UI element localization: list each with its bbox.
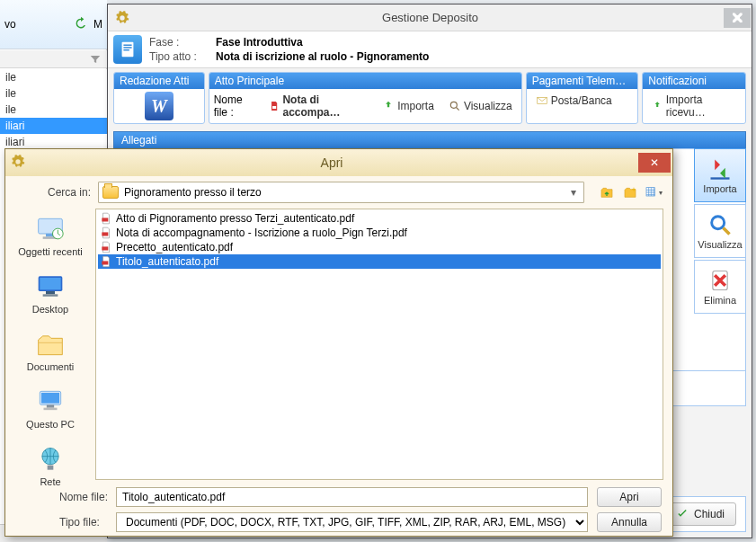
- file-row[interactable]: Precetto_autenticato.pdf: [98, 240, 661, 254]
- svg-rect-19: [41, 393, 59, 404]
- place-thispc[interactable]: Questo PC: [5, 381, 95, 439]
- svg-rect-15: [40, 278, 60, 289]
- group-atto-principale: Atto Principale Nome file : Nota di acco…: [209, 72, 522, 124]
- filetype-label: Tipo file:: [59, 516, 109, 529]
- close-icon[interactable]: ✕: [638, 153, 671, 173]
- svg-rect-24: [102, 218, 108, 221]
- open-button-label: Apri: [619, 491, 638, 503]
- place-desktop[interactable]: Desktop: [5, 266, 95, 324]
- new-folder-icon[interactable]: [620, 182, 640, 202]
- svg-rect-16: [46, 291, 55, 294]
- nome-file-value[interactable]: Nota di accompa…: [264, 92, 372, 120]
- place-documents[interactable]: Documenti: [5, 324, 95, 381]
- visualizza-label: Visualizza: [464, 100, 512, 112]
- current-folder-name: Pignoramento presso il terzo: [124, 186, 262, 199]
- group-header-pagamenti: Pagamenti Telem…: [527, 73, 638, 89]
- search-in-label: Cerca in:: [14, 186, 91, 199]
- filter-icon[interactable]: [0, 50, 107, 68]
- file-row[interactable]: Atto di Pignoramento presso Terzi_autent…: [98, 211, 661, 226]
- svg-rect-4: [272, 106, 276, 109]
- place-recent[interactable]: Oggetti recenti: [5, 209, 95, 266]
- folder-tools: ▾: [597, 182, 663, 202]
- deposito-header: Fase : Fase Introduttiva Tipo atto : Not…: [108, 31, 752, 68]
- word-icon[interactable]: W: [145, 92, 173, 120]
- bottom-buttons: Apri Annulla: [597, 487, 662, 532]
- toolbar-importa-label: Importa: [703, 183, 736, 194]
- file-open-dialog: Apri ✕ Cerca in: Pignoramento presso il …: [4, 148, 673, 537]
- toolbar-elimina-button[interactable]: Elimina: [694, 260, 746, 314]
- toolbar-visualizza-label: Visualizza: [698, 239, 742, 250]
- gear-icon: [11, 155, 25, 172]
- svg-rect-21: [44, 408, 58, 411]
- list-item[interactable]: iliari: [0, 118, 107, 134]
- refresh-icon[interactable]: [74, 16, 88, 33]
- cancel-button-label: Annulla: [611, 516, 647, 529]
- up-folder-icon[interactable]: [597, 182, 617, 202]
- file-row[interactable]: Nota di accompagnamento - Iscrizione a r…: [98, 226, 661, 240]
- tipo-atto-value: Nota di iscrizione al ruolo - Pignoramen…: [216, 49, 429, 64]
- dialog-titlebar: Apri ✕: [5, 149, 672, 176]
- file-name: Titolo_autenticato.pdf: [116, 255, 218, 268]
- list-item[interactable]: ile: [0, 85, 107, 102]
- allegati-header: Allegati: [113, 131, 746, 148]
- fase-label: Fase :: [149, 35, 207, 49]
- posta-banca-label: Posta/Banca: [551, 94, 612, 107]
- document-icon: [113, 35, 142, 64]
- importa-ricevuta-button[interactable]: Importa ricevu…: [647, 92, 741, 120]
- toolbar-visualizza-button[interactable]: Visualizza: [694, 204, 746, 258]
- svg-rect-3: [123, 49, 129, 50]
- svg-rect-17: [43, 294, 58, 297]
- file-row[interactable]: Titolo_autenticato.pdf: [98, 254, 661, 269]
- bottom-fields: Nome file: Tipo file: Documenti (PDF, DO…: [59, 487, 588, 532]
- group-redazione: Redazione Atti W: [113, 72, 205, 124]
- list-item[interactable]: ile: [0, 102, 107, 118]
- filetype-select[interactable]: Documenti (PDF, DOC, DOCX, RTF, TXT, JPG…: [116, 512, 588, 532]
- group-header-redazione: Redazione Atti: [114, 73, 204, 89]
- visualizza-button[interactable]: Visualizza: [444, 98, 517, 114]
- open-button[interactable]: Apri: [597, 487, 662, 507]
- svg-rect-2: [123, 47, 131, 48]
- group-pagamenti: Pagamenti Telem… Posta/Banca: [526, 72, 639, 124]
- posta-banca-button[interactable]: Posta/Banca: [531, 93, 617, 109]
- chiudi-button[interactable]: Chiudi: [663, 502, 736, 526]
- file-name-text: Nota di accompa…: [282, 93, 368, 119]
- place-thispc-label: Questo PC: [5, 419, 95, 430]
- place-documents-label: Documenti: [5, 361, 95, 372]
- svg-point-7: [712, 217, 725, 229]
- svg-rect-26: [102, 246, 108, 250]
- importa-button[interactable]: Importa: [378, 98, 439, 114]
- cancel-button[interactable]: Annulla: [597, 512, 662, 532]
- group-header-atto: Atto Principale: [209, 73, 521, 89]
- bottom-left-spacer: [5, 487, 50, 532]
- folder-combo[interactable]: Pignoramento presso il terzo ▾: [98, 182, 584, 203]
- allegati-toolbar: Importa Visualizza Elimina: [694, 148, 746, 314]
- fase-value: Fase Introduttiva: [216, 35, 303, 49]
- header-rows: Fase : Fase Introduttiva Tipo atto : Not…: [149, 35, 429, 64]
- svg-rect-1: [123, 45, 131, 46]
- close-icon[interactable]: 🗙: [724, 8, 751, 28]
- file-name: Nota di accompagnamento - Iscrizione a r…: [116, 227, 407, 239]
- tipo-atto-label: Tipo atto :: [149, 49, 207, 64]
- svg-rect-25: [102, 232, 108, 235]
- group-notificazioni: Notificazioni Importa ricevu…: [642, 72, 746, 124]
- place-network-label: Rete: [5, 476, 95, 487]
- file-list[interactable]: Atto di Pignoramento presso Terzi_autent…: [95, 209, 663, 480]
- chevron-down-icon[interactable]: ▾: [565, 184, 582, 200]
- nome-file-label: Nome file :: [214, 93, 259, 119]
- dialog-body: Oggetti recenti Desktop Documenti Questo…: [5, 205, 672, 484]
- view-mode-icon[interactable]: ▾: [644, 182, 663, 202]
- dialog-bottom: Nome file: Tipo file: Documenti (PDF, DO…: [5, 484, 672, 536]
- list-item[interactable]: ile: [0, 69, 107, 85]
- toolbar-importa-button[interactable]: Importa: [694, 148, 746, 202]
- filename-input[interactable]: [116, 487, 588, 507]
- svg-rect-20: [47, 404, 54, 407]
- places-bar: Oggetti recenti Desktop Documenti Questo…: [5, 205, 95, 484]
- deposito-title: Gestione Deposito: [137, 11, 724, 24]
- svg-rect-23: [48, 466, 54, 470]
- importa-label: Importa: [397, 100, 434, 112]
- svg-rect-27: [102, 261, 108, 264]
- background-toolbar: vo M: [0, 0, 107, 49]
- filename-label: Nome file:: [59, 491, 109, 503]
- place-recent-label: Oggetti recenti: [5, 246, 95, 257]
- group-panels: Redazione Atti W Atto Principale Nome fi…: [108, 68, 752, 128]
